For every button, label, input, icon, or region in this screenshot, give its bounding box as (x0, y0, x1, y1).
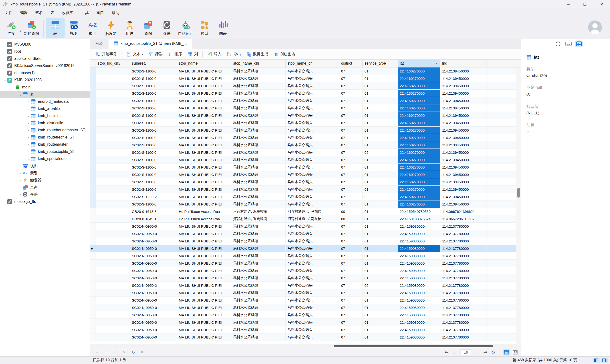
table-cell[interactable]: 22.4159080000 (398, 260, 440, 267)
table-cell[interactable]: 马料水公众码头 (286, 223, 339, 230)
table-cell[interactable]: 07 (339, 289, 363, 296)
table-cell[interactable]: 22.4160270000 (398, 127, 440, 134)
table-cell[interactable]: MA LIU SHUI PUBLIC PIEI (177, 178, 231, 185)
table-cell[interactable]: 00 (339, 215, 363, 222)
table-cell[interactable]: 07 (339, 82, 363, 89)
table-cell[interactable]: SC02-N-0950-0 (130, 274, 177, 282)
sidebar-item-查询[interactable]: 查询 (0, 184, 90, 191)
last-page-icon[interactable]: ⇥ (483, 350, 487, 355)
table-cell[interactable]: 01 (363, 141, 398, 148)
table-cell[interactable]: 22.4160270000 (398, 75, 440, 82)
table-cell[interactable]: GB20-0-1648-8 (130, 208, 177, 215)
table-row[interactable]: SC02-N-0950-2MA LIU SHUI PUBLIC PIEI馬料水公… (90, 282, 516, 289)
table-cell[interactable]: 01 (363, 334, 398, 341)
menu-item[interactable]: 表 (47, 9, 58, 17)
table-cell[interactable]: 07 (339, 156, 363, 163)
table-cell[interactable]: 22.4160270000 (398, 97, 440, 104)
first-page-icon[interactable]: ⇤ (445, 350, 449, 355)
table-cell[interactable]: MA LIU SHUI PUBLIC PIEI (177, 223, 231, 230)
add-record-icon[interactable]: + (95, 350, 99, 355)
table-row[interactable]: SC02-N-0950-0MA LIU SHUI PUBLIC PIEI馬料水公… (90, 237, 516, 245)
sidebar-item-root[interactable]: root (0, 48, 90, 55)
table-cell[interactable] (96, 127, 130, 134)
table-cell[interactable]: 01 (363, 319, 398, 326)
sidebar-item-KMB_20201208[interactable]: ⌄KMB_20201208 (0, 77, 90, 84)
table-cell[interactable]: SC02-N-0950-0 (130, 289, 177, 296)
table-cell[interactable]: 114.2139450000 (440, 104, 487, 112)
table-cell[interactable]: 馬料水公眾碼頭 (231, 171, 286, 178)
table-cell[interactable] (96, 267, 130, 274)
table-cell[interactable]: 01 (363, 200, 398, 208)
table-cell[interactable]: 01 (363, 164, 398, 171)
table-cell[interactable]: 马料水公众码头 (286, 230, 339, 237)
table-cell[interactable]: 22.4160270000 (398, 82, 440, 89)
table-cell[interactable]: 07 (339, 104, 363, 112)
filter-dropdown-icon[interactable]: ▼ (435, 62, 438, 65)
table-cell[interactable] (96, 171, 130, 178)
table-toolbar-begin-transaction[interactable]: 开始事务 (92, 50, 120, 58)
chevron-right-icon[interactable]: › (26, 121, 31, 125)
table-cell[interactable]: MA LIU SHUI PUBLIC PIEI (177, 304, 231, 311)
restore-button[interactable] (577, 0, 593, 9)
table-cell[interactable]: 07 (339, 311, 363, 318)
row-gutter[interactable] (90, 186, 96, 193)
table-row[interactable]: SC02-S-1100-0MA LIU SHUI PUBLIC PIEI馬料水公… (90, 134, 516, 141)
tab-objects[interactable]: 对象 (90, 39, 108, 49)
table-cell[interactable]: 01 (363, 260, 398, 267)
grid-info-icon[interactable] (575, 40, 583, 47)
table-cell[interactable]: 01 (363, 297, 398, 304)
ddl-icon[interactable]: DDL (565, 40, 572, 47)
table-cell[interactable]: 01 (363, 171, 398, 178)
row-gutter[interactable] (90, 171, 96, 178)
table-cell[interactable]: 07 (339, 164, 363, 171)
table-row[interactable]: SC02-S-1100-0MA LIU SHUI PUBLIC PIEI馬料水公… (90, 186, 516, 193)
row-gutter[interactable] (90, 274, 96, 282)
table-cell[interactable]: 马料水公众码头 (286, 156, 339, 163)
table-cell[interactable]: 114.2139450000 (440, 67, 487, 75)
table-cell[interactable]: 马料水公众码头 (286, 67, 339, 75)
table-cell[interactable]: 馬料水公眾碼頭 (231, 245, 286, 252)
table-cell[interactable]: 22.4160270000 (398, 200, 440, 208)
table-cell[interactable]: 馬料水公眾碼頭 (231, 200, 286, 208)
table-cell[interactable] (96, 141, 130, 148)
table-cell[interactable]: Ho Pui Tsuen Access Roa (177, 215, 231, 222)
vertical-scrollbar-thumb[interactable] (517, 188, 520, 198)
table-cell[interactable]: 07 (339, 67, 363, 75)
table-cell[interactable]: MA LIU SHUI PUBLIC PIEI (177, 319, 231, 326)
table-cell[interactable]: SC02-N-0950-0 (130, 319, 177, 326)
table-cell[interactable]: 01 (363, 119, 398, 126)
table-cell[interactable]: 07 (339, 186, 363, 193)
table-row[interactable]: SC02-N-0950-0MA LIU SHUI PUBLIC PIEI馬料水公… (90, 319, 516, 326)
table-cell[interactable]: 22.4160270000 (398, 119, 440, 126)
table-cell[interactable]: 114.2139450000 (440, 200, 487, 208)
table-cell[interactable]: 114.2139450000 (440, 141, 487, 148)
table-cell[interactable]: 07 (339, 141, 363, 148)
row-gutter[interactable] (90, 215, 96, 222)
table-row[interactable]: SC02-S-1100-0MA LIU SHUI PUBLIC PIEI馬料水公… (90, 97, 516, 104)
sidebar-item-database(1)[interactable]: database(1) (0, 69, 90, 77)
table-cell[interactable]: MA LIU SHUI PUBLIC PIEI (177, 97, 231, 104)
table-cell[interactable]: 22.4159080000 (398, 282, 440, 289)
chevron-right-icon[interactable]: › (26, 100, 31, 104)
tab-table-active[interactable]: kmb_routestopfile_ST @main (KMB_... (108, 39, 192, 49)
table-cell[interactable]: 114.2139450000 (440, 82, 487, 89)
table-cell[interactable]: 01 (363, 104, 398, 112)
table-cell[interactable]: 22.4159080000 (398, 311, 440, 318)
menu-item[interactable]: 文件 (1, 9, 16, 17)
table-cell[interactable] (96, 178, 130, 185)
table-cell[interactable] (96, 282, 130, 289)
table-cell[interactable]: 114.2137780000 (440, 297, 487, 304)
row-gutter[interactable] (90, 334, 96, 341)
table-cell[interactable]: 07 (339, 178, 363, 185)
table-cell[interactable]: 马料水公众码头 (286, 304, 339, 311)
table-cell[interactable]: 马料水公众码头 (286, 282, 339, 289)
table-cell[interactable]: 114.2139450000 (440, 90, 487, 97)
table-cell[interactable]: MA LIU SHUI PUBLIC PIEI (177, 67, 231, 75)
table-cell[interactable]: MA LIU SHUI PUBLIC PIEI (177, 171, 231, 178)
toolbar-item-automation[interactable]: 自动运行 (176, 18, 195, 38)
table-row[interactable]: SC02-N-0950-0MA LIU SHUI PUBLIC PIEI馬料水公… (90, 289, 516, 297)
table-cell[interactable]: 114.2137780000 (440, 274, 487, 282)
table-cell[interactable]: SC02-N-0950-0 (130, 326, 177, 333)
chevron-down-icon[interactable]: ⌄ (10, 85, 15, 89)
table-cell[interactable]: MA LIU SHUI PUBLIC PIEI (177, 119, 231, 126)
